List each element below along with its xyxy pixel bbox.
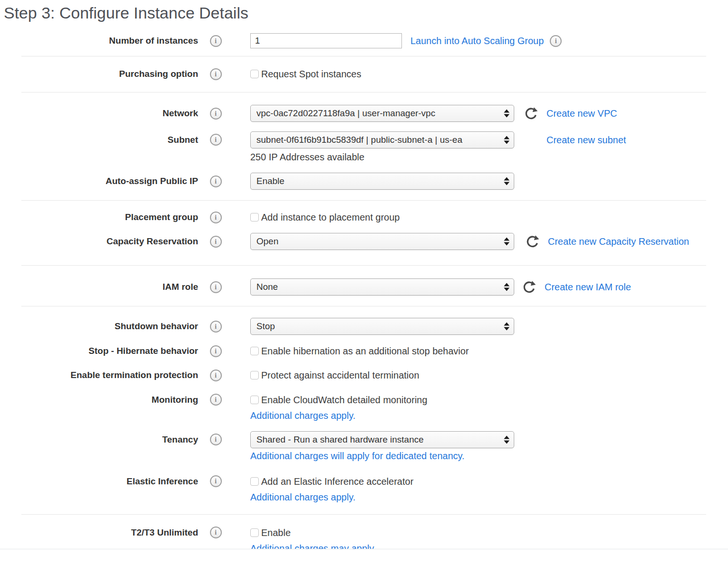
cloudwatch-monitoring-checkbox[interactable]	[250, 396, 259, 404]
info-icon[interactable]: i	[210, 68, 222, 80]
stop-hibernate-behavior-label: Stop - Hibernate behavior	[0, 345, 198, 357]
select-stepper-icon	[504, 323, 510, 331]
subnet-label: Subnet	[0, 131, 198, 148]
auto-assign-public-ip-label: Auto-assign Public IP	[0, 175, 198, 187]
info-icon[interactable]: i	[210, 370, 222, 381]
tenancy-select[interactable]: Shared - Run a shared hardware instance	[250, 431, 514, 448]
subnet-select[interactable]: subnet-0f61f6b91bc5839df | public-subnet…	[250, 131, 514, 148]
auto-assign-public-ip-select-value: Enable	[251, 176, 514, 186]
t2-t3-additional-charges-link[interactable]: Additional charges may apply.	[250, 543, 376, 549]
create-new-subnet-link[interactable]: Create new subnet	[546, 135, 626, 146]
shutdown-behavior-select[interactable]: Stop	[250, 318, 514, 335]
placement-group-checkbox[interactable]	[250, 213, 259, 222]
t2-t3-unlimited-label: T2/T3 Unlimited	[0, 527, 198, 539]
select-stepper-icon	[504, 283, 510, 291]
info-icon[interactable]: i	[550, 35, 562, 47]
subnet-select-value: subnet-0f61f6b91bc5839df | public-subnet…	[251, 135, 514, 145]
tenancy-select-value: Shared - Run a shared hardware instance	[251, 435, 514, 445]
monitoring-additional-charges-link[interactable]: Additional charges apply.	[250, 410, 355, 421]
info-icon[interactable]: i	[210, 527, 222, 538]
capacity-reservation-select[interactable]: Open	[250, 233, 514, 250]
info-icon[interactable]: i	[210, 434, 222, 445]
page-title: Step 3: Configure Instance Details	[0, 0, 728, 27]
auto-assign-public-ip-select[interactable]: Enable	[250, 173, 514, 190]
number-of-instances-label: Number of instances	[0, 35, 198, 47]
tenancy-additional-charges-link[interactable]: Additional charges will apply for dedica…	[250, 451, 464, 462]
hibernation-checkbox[interactable]	[250, 347, 259, 355]
info-icon[interactable]: i	[210, 236, 222, 248]
refresh-icon[interactable]	[526, 235, 539, 249]
monitoring-label: Monitoring	[0, 394, 198, 406]
info-icon[interactable]: i	[210, 35, 222, 47]
select-stepper-icon	[504, 110, 510, 118]
create-new-capacity-reservation-link[interactable]: Create new Capacity Reservation	[548, 236, 689, 247]
elastic-inference-checkbox-label: Add an Elastic Inference accelerator	[261, 475, 413, 488]
shutdown-behavior-label: Shutdown behavior	[0, 320, 198, 333]
cloudwatch-monitoring-checkbox-label: Enable CloudWatch detailed monitoring	[261, 394, 428, 406]
elastic-inference-checkbox[interactable]	[250, 477, 259, 486]
capacity-reservation-select-value: Open	[251, 236, 514, 247]
content-bottom-divider	[0, 549, 728, 549]
select-stepper-icon	[504, 177, 510, 185]
select-stepper-icon	[504, 436, 510, 444]
shutdown-behavior-select-value: Stop	[251, 321, 514, 332]
elastic-inference-label: Elastic Inference	[0, 475, 198, 488]
info-icon[interactable]: i	[210, 108, 222, 120]
create-new-vpc-link[interactable]: Create new VPC	[546, 108, 617, 119]
tenancy-label: Tenancy	[0, 431, 198, 448]
termination-protection-checkbox-label: Protect against accidental termination	[261, 369, 419, 381]
iam-role-label: IAM role	[0, 281, 198, 293]
purchasing-option-label: Purchasing option	[0, 68, 198, 80]
capacity-reservation-label: Capacity Reservation	[0, 235, 198, 248]
info-icon[interactable]: i	[210, 176, 222, 187]
info-icon[interactable]: i	[210, 321, 222, 333]
info-icon[interactable]: i	[210, 281, 222, 293]
configure-instance-details-page: Step 3: Configure Instance Details Numbe…	[0, 0, 728, 564]
info-icon[interactable]: i	[210, 394, 222, 406]
refresh-icon[interactable]	[522, 280, 536, 294]
network-label: Network	[0, 107, 198, 120]
refresh-icon[interactable]	[524, 107, 538, 120]
request-spot-instances-checkbox-label: Request Spot instances	[261, 68, 361, 80]
create-new-iam-role-link[interactable]: Create new IAM role	[545, 282, 631, 293]
iam-role-select-value: None	[251, 282, 514, 292]
select-stepper-icon	[504, 238, 510, 246]
hibernation-checkbox-label: Enable hibernation as an additional stop…	[261, 345, 469, 357]
info-icon[interactable]: i	[210, 134, 222, 146]
info-icon[interactable]: i	[210, 345, 222, 357]
network-select[interactable]: vpc-0ac72d0227118fa9a | user-manager-vpc	[250, 105, 514, 122]
info-icon[interactable]: i	[210, 212, 222, 223]
t2-t3-unlimited-checkbox[interactable]	[250, 528, 259, 537]
elastic-inference-additional-charges-link[interactable]: Additional charges apply.	[250, 492, 355, 503]
iam-role-select[interactable]: None	[250, 278, 514, 296]
request-spot-instances-checkbox[interactable]	[250, 70, 259, 78]
enable-termination-protection-label: Enable termination protection	[0, 369, 198, 381]
subnet-ip-availability-text: 250 IP Addresses available	[250, 152, 728, 163]
network-select-value: vpc-0ac72d0227118fa9a | user-manager-vpc	[251, 108, 514, 119]
launch-into-auto-scaling-group-link[interactable]: Launch into Auto Scaling Group	[410, 36, 544, 46]
select-stepper-icon	[504, 136, 510, 144]
placement-group-label: Placement group	[0, 211, 198, 223]
info-icon[interactable]: i	[210, 475, 222, 487]
number-of-instances-input[interactable]	[250, 33, 402, 48]
termination-protection-checkbox[interactable]	[250, 371, 259, 379]
t2-t3-unlimited-checkbox-label: Enable	[261, 527, 291, 539]
placement-group-checkbox-label: Add instance to placement group	[261, 211, 400, 223]
